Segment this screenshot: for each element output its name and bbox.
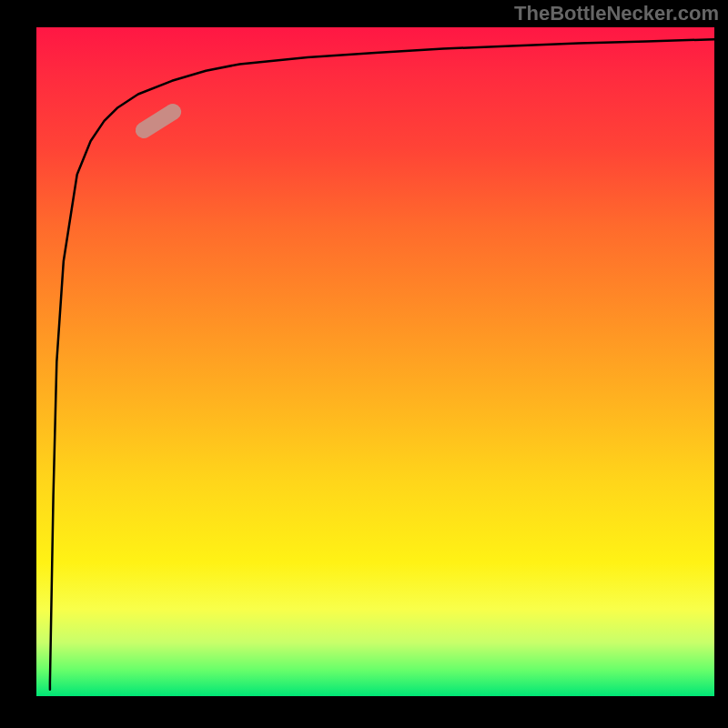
plot-area	[36, 27, 714, 696]
watermark-text: TheBottleNecker.com	[514, 2, 719, 25]
bottleneck-curve-path	[50, 39, 714, 689]
